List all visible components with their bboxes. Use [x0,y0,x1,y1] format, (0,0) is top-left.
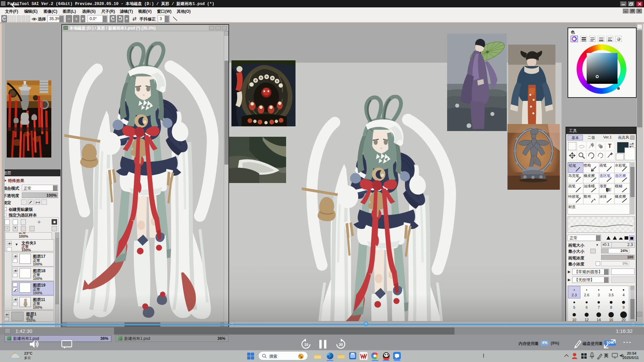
svg-text:9: 9 [623,305,625,309]
svg-text:6: 6 [586,305,588,309]
svg-text:7: 7 [598,305,600,309]
svg-text:2.6: 2.6 [584,293,589,297]
svg-text:4: 4 [623,293,625,297]
svg-text:2.3: 2.3 [572,293,577,297]
svg-text:3.5: 3.5 [608,293,613,297]
svg-text:3: 3 [598,293,600,297]
svg-text:8: 8 [610,305,612,309]
svg-text:5: 5 [573,305,575,309]
